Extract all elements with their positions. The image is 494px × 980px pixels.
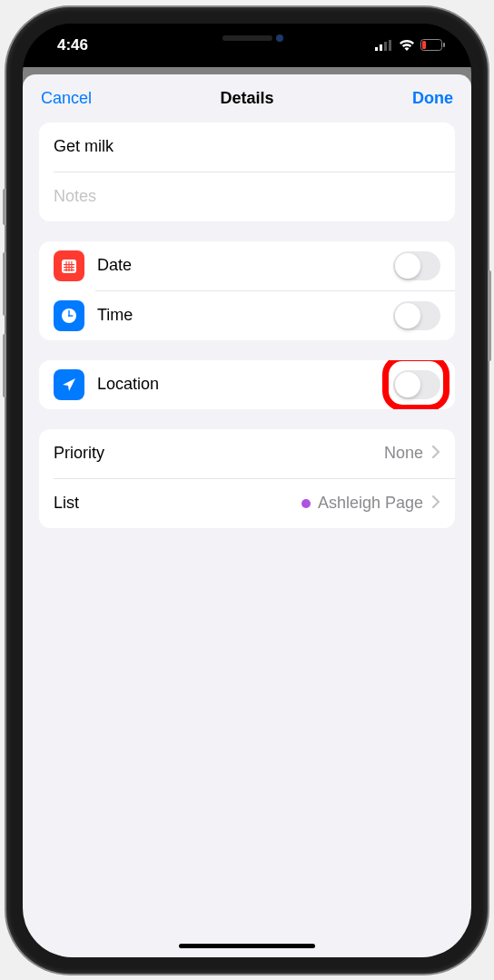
battery-low-icon	[420, 39, 446, 51]
location-arrow-icon	[54, 369, 84, 400]
notch	[147, 24, 347, 53]
location-group: Location	[39, 360, 455, 409]
sheet-header: Cancel Details Done	[23, 74, 471, 122]
title-notes-group: Get milk Notes	[39, 122, 455, 221]
location-toggle[interactable]	[393, 370, 440, 399]
svg-rect-1	[380, 44, 382, 51]
chevron-right-icon	[432, 446, 440, 462]
status-right	[375, 39, 446, 51]
list-value: Ashleigh Page	[318, 494, 423, 513]
home-indicator[interactable]	[179, 944, 315, 948]
cellular-signal-icon	[375, 40, 393, 51]
date-time-group: Date Time	[39, 241, 455, 340]
priority-row[interactable]: Priority None	[39, 429, 455, 478]
svg-rect-12	[68, 261, 69, 271]
sheet-backdrop: Cancel Details Done Get milk Notes	[23, 67, 471, 957]
notes-placeholder: Notes	[54, 187, 96, 206]
svg-rect-13	[71, 261, 72, 271]
phone-frame: 4:46 Cancel Details Done	[6, 7, 488, 974]
date-toggle[interactable]	[393, 251, 440, 280]
reminder-title-text: Get milk	[54, 137, 114, 156]
svg-rect-11	[66, 261, 67, 271]
svg-rect-0	[375, 47, 378, 51]
list-label: List	[54, 494, 301, 513]
date-row: Date	[39, 241, 455, 290]
date-label: Date	[97, 256, 393, 275]
clock-icon	[54, 300, 84, 331]
toggle-knob	[395, 303, 420, 328]
location-label: Location	[97, 375, 393, 394]
status-time: 4:46	[57, 36, 88, 54]
svg-rect-16	[68, 315, 73, 316]
side-button	[3, 252, 6, 316]
wifi-icon	[399, 39, 415, 51]
toggle-knob	[395, 372, 420, 397]
side-button	[3, 189, 6, 225]
reminder-notes-field[interactable]: Notes	[39, 172, 455, 221]
svg-rect-6	[422, 41, 426, 49]
svg-rect-2	[384, 42, 387, 51]
svg-rect-3	[389, 40, 391, 51]
done-button[interactable]: Done	[390, 89, 453, 108]
time-row: Time	[39, 291, 455, 340]
calendar-icon	[54, 250, 84, 281]
location-row: Location	[39, 360, 455, 409]
settings-groups: Get milk Notes Date	[23, 122, 471, 528]
reminder-title-field[interactable]: Get milk	[39, 122, 455, 172]
svg-rect-5	[443, 43, 445, 47]
list-row[interactable]: List Ashleigh Page	[39, 479, 455, 528]
page-title: Details	[220, 89, 273, 108]
toggle-knob	[395, 253, 420, 279]
time-toggle[interactable]	[393, 301, 440, 330]
priority-list-group: Priority None List Ashleigh Page	[39, 429, 455, 528]
cancel-button[interactable]: Cancel	[41, 89, 104, 108]
priority-value: None	[384, 444, 423, 463]
side-button	[488, 270, 491, 361]
time-label: Time	[97, 306, 393, 325]
details-sheet: Cancel Details Done Get milk Notes	[23, 74, 471, 957]
list-color-dot	[301, 499, 311, 508]
screen: 4:46 Cancel Details Done	[23, 24, 471, 957]
side-button	[3, 334, 6, 397]
priority-label: Priority	[54, 444, 384, 463]
chevron-right-icon	[432, 495, 440, 512]
